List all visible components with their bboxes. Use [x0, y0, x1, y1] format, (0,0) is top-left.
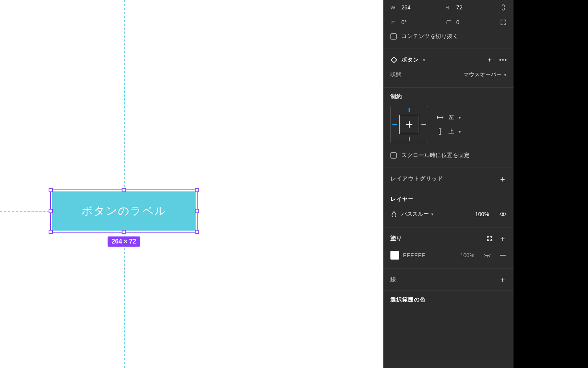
chevron-down-icon[interactable]: ▾	[423, 58, 425, 63]
guide-vertical	[124, 0, 125, 368]
chevron-down-icon: ▾	[459, 129, 461, 134]
clip-content-checkbox[interactable]	[390, 33, 397, 40]
chevron-down-icon: ▾	[431, 212, 434, 217]
constraint-vertical-dropdown[interactable]: 上 ▾	[437, 128, 461, 135]
button-label-text: ボタンのラベル	[82, 204, 167, 218]
fill-swatch[interactable]	[390, 251, 399, 260]
state-label: 状態	[390, 71, 401, 78]
add-stroke-button[interactable]: ＋	[499, 276, 506, 283]
window-chrome-right	[514, 0, 588, 368]
rotation-input[interactable]	[401, 19, 420, 25]
rotation-icon	[390, 19, 397, 26]
height-input[interactable]	[456, 4, 475, 11]
constraint-horizontal-dropdown[interactable]: 左 ▾	[437, 114, 461, 121]
layout-grid-title: レイアウトグリッド	[390, 175, 443, 182]
layer-opacity-input[interactable]: 100%	[475, 211, 491, 217]
stroke-section: 線 ＋	[383, 269, 514, 291]
more-icon[interactable]	[499, 59, 506, 61]
properties-panel: W H	[383, 0, 514, 368]
constrain-proportions-icon[interactable]	[500, 4, 506, 11]
constraint-vertical-value: 上	[448, 128, 454, 135]
fix-on-scroll-label: スクロール時に位置を固定	[401, 152, 470, 159]
resize-handle-bl[interactable]	[49, 230, 53, 234]
resize-handle-bm[interactable]	[122, 230, 126, 234]
blend-mode-icon	[390, 211, 397, 218]
chevron-down-icon: ▾	[504, 72, 506, 78]
fill-title: 塗り	[390, 235, 402, 242]
align-horizontal-icon	[437, 114, 444, 121]
resize-handle-mr[interactable]	[195, 209, 199, 213]
component-section: ボタン ▾ 状態 マウスオーバー ▾	[383, 49, 514, 88]
state-dropdown[interactable]: マウスオーバー ▾	[463, 71, 506, 78]
component-icon	[390, 56, 397, 63]
sparkle-icon[interactable]	[486, 56, 493, 63]
layout-grid-section: レイアウトグリッド ＋	[383, 168, 514, 190]
fill-opacity-input[interactable]: 100%	[460, 252, 474, 258]
blend-mode-value: パススルー	[401, 211, 429, 218]
resize-handle-tm[interactable]	[122, 188, 126, 192]
width-input[interactable]	[401, 4, 420, 11]
hidden-icon[interactable]	[484, 252, 491, 259]
resize-handle-tr[interactable]	[195, 188, 199, 192]
constraint-top[interactable]	[409, 108, 410, 112]
styles-icon[interactable]	[487, 236, 492, 241]
corner-radius-input[interactable]	[456, 19, 475, 25]
constraints-inner	[399, 115, 419, 134]
constraint-bottom[interactable]	[409, 137, 410, 141]
height-label: H	[445, 5, 452, 11]
constraints-title: 制約	[390, 93, 402, 99]
layer-title: レイヤー	[390, 196, 414, 202]
selection-colors-section: 選択範囲の色	[383, 291, 514, 309]
align-vertical-icon	[437, 128, 444, 135]
remove-fill-button[interactable]	[499, 252, 506, 259]
blend-mode-dropdown[interactable]: パススルー ▾	[401, 211, 434, 218]
visibility-icon[interactable]	[499, 211, 506, 218]
fill-hex-input[interactable]: FFFFFF	[403, 252, 425, 258]
selection-colors-title: 選択範囲の色	[390, 296, 426, 303]
constraint-horizontal-value: 左	[448, 114, 454, 121]
resize-handle-br[interactable]	[195, 230, 199, 234]
add-fill-button[interactable]: ＋	[499, 235, 506, 242]
transform-section: W H	[383, 0, 514, 49]
component-title: ボタン	[401, 56, 419, 63]
state-value: マウスオーバー	[463, 71, 502, 78]
svg-point-0	[502, 213, 504, 215]
clip-content-label: コンテンツを切り抜く	[401, 33, 458, 40]
add-layout-grid-button[interactable]: ＋	[499, 175, 506, 183]
fill-section: 塗り ＋ FFFFFF 100%	[383, 227, 514, 269]
design-canvas[interactable]: ボタンのラベル 264 × 72	[0, 0, 383, 368]
independent-corners-icon[interactable]	[500, 19, 506, 26]
constraint-right[interactable]	[421, 124, 426, 125]
resize-handle-tl[interactable]	[49, 188, 53, 192]
resize-handle-ml[interactable]	[49, 209, 53, 213]
selection-frame[interactable]: ボタンのラベル 264 × 72	[50, 189, 198, 233]
button-shape[interactable]: ボタンのラベル	[52, 191, 196, 231]
corner-radius-icon	[445, 19, 452, 26]
constraint-left[interactable]	[392, 124, 397, 125]
chevron-down-icon: ▾	[459, 115, 461, 120]
stroke-title: 線	[390, 276, 396, 283]
width-label: W	[390, 5, 397, 11]
constraints-widget[interactable]	[390, 106, 428, 143]
constraints-section: 制約 左 ▾	[383, 88, 514, 168]
layer-section: レイヤー パススルー ▾ 100%	[383, 190, 514, 227]
dimension-badge: 264 × 72	[108, 236, 140, 247]
fix-on-scroll-checkbox[interactable]	[390, 152, 397, 159]
